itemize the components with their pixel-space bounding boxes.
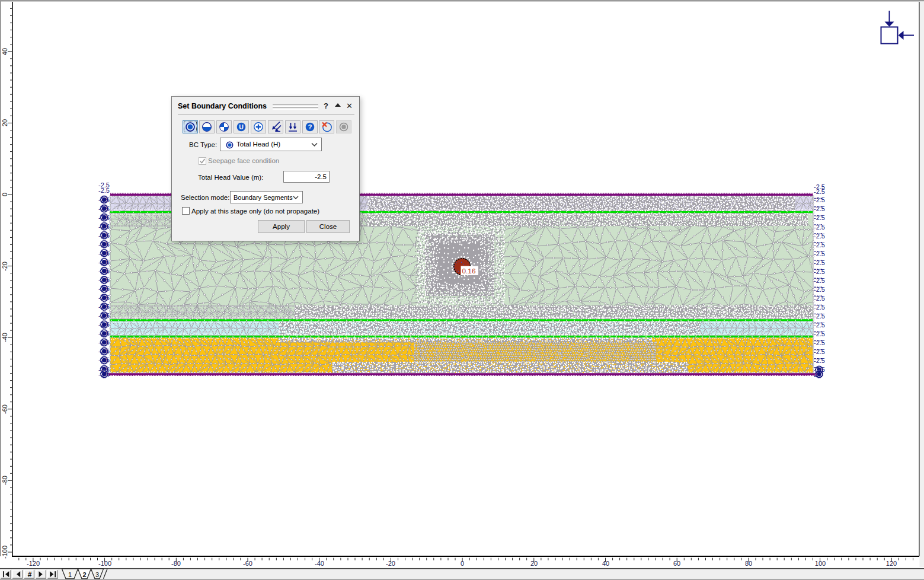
- svg-text:-2.5: -2.5: [814, 196, 825, 203]
- svg-text:20: 20: [1, 119, 8, 126]
- svg-text:-100: -100: [98, 560, 111, 567]
- svg-text:-2.5: -2.5: [814, 330, 825, 337]
- svg-text:-40: -40: [315, 560, 324, 567]
- svg-text:-2.5: -2.5: [814, 357, 825, 364]
- svg-text:-2.5: -2.5: [814, 205, 825, 212]
- svg-text:-2.5: -2.5: [814, 313, 825, 320]
- svg-text:-2.5: -2.5: [814, 304, 825, 311]
- svg-text:-2.5: -2.5: [814, 259, 825, 266]
- svg-text:-80: -80: [171, 560, 181, 567]
- svg-text:-100: -100: [1, 546, 8, 559]
- svg-text:20: 20: [530, 560, 538, 567]
- svg-text:-2.5: -2.5: [814, 250, 825, 257]
- svg-text:120: 120: [886, 560, 897, 567]
- svg-text:-20: -20: [1, 262, 8, 271]
- svg-text:?: ?: [308, 123, 312, 130]
- svg-text:-120: -120: [27, 560, 40, 567]
- svg-text:-40: -40: [1, 333, 8, 342]
- svg-text:-2.5: -2.5: [98, 187, 110, 194]
- svg-text:40: 40: [1, 48, 8, 55]
- svg-text:U: U: [239, 123, 244, 130]
- svg-text:-2.5: -2.5: [814, 241, 825, 248]
- svg-text:3: 3: [95, 571, 99, 578]
- svg-text:-2.5: -2.5: [814, 188, 825, 195]
- svg-text:-2.5: -2.5: [814, 277, 825, 284]
- svg-text:2: 2: [82, 571, 86, 578]
- svg-text:-2.5: -2.5: [814, 232, 825, 240]
- svg-text:-2.5: -2.5: [814, 268, 825, 275]
- svg-text:-2.5: -2.5: [814, 286, 825, 293]
- svg-text:60: 60: [673, 560, 680, 567]
- svg-text:-2.5: -2.5: [814, 295, 825, 302]
- svg-text:100: 100: [815, 560, 826, 567]
- svg-text:-20: -20: [386, 560, 395, 567]
- svg-text:0: 0: [461, 560, 464, 567]
- svg-text:-2.5: -2.5: [814, 224, 825, 231]
- svg-text:1: 1: [68, 571, 72, 578]
- svg-text:-2.5: -2.5: [814, 214, 825, 221]
- svg-text:-2.5: -2.5: [814, 348, 825, 355]
- svg-text:#: #: [28, 571, 32, 579]
- svg-text:-60: -60: [243, 560, 252, 567]
- svg-text:-60: -60: [1, 404, 8, 414]
- svg-text:0: 0: [1, 193, 8, 196]
- svg-text:-80: -80: [1, 476, 8, 485]
- svg-text:0.16: 0.16: [462, 267, 476, 275]
- svg-text:-2.5: -2.5: [814, 339, 825, 346]
- svg-text:80: 80: [745, 560, 752, 567]
- svg-text:40: 40: [602, 560, 609, 567]
- svg-text:-2.5: -2.5: [814, 321, 825, 329]
